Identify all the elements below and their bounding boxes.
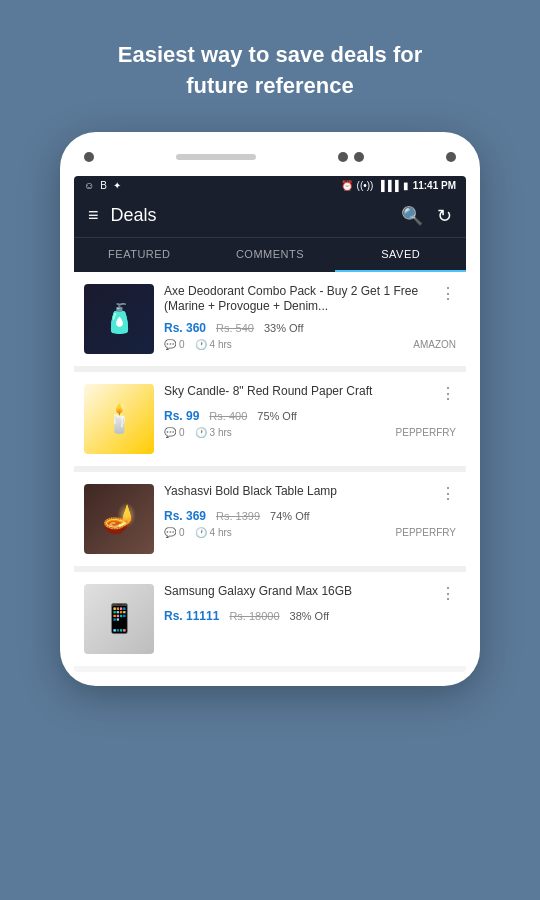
deal-more-icon[interactable]: ⋮ (440, 284, 456, 303)
deal-title: Sky Candle- 8" Red Round Paper Craft (164, 384, 434, 400)
phone-dots (338, 152, 364, 162)
clock-icon: 🕐 (195, 527, 207, 538)
deal-item[interactable]: 🕯️ Sky Candle- 8" Red Round Paper Craft … (74, 372, 466, 466)
deal-comments: 💬 0 (164, 339, 185, 350)
deal-original-price: Rs. 1399 (216, 510, 260, 522)
deal-header: Sky Candle- 8" Red Round Paper Craft ⋮ (164, 384, 456, 403)
deal-time: 🕐 3 hrs (195, 427, 232, 438)
deal-discount: 33% Off (264, 322, 304, 334)
clock-icon: 🕐 (195, 427, 207, 438)
deal-seller: PEPPERFRY (396, 527, 456, 538)
hero-line2: future reference (186, 73, 354, 98)
phone-screen: ☺ B ✦ ⏰ ((•)) ▐▐▐ ▮ 11:41 PM ≡ Deals 🔍 ↻ (74, 176, 466, 672)
phone-dot-2 (354, 152, 364, 162)
deal-seller: PEPPERFRY (396, 427, 456, 438)
phone-camera-left (84, 152, 94, 162)
phone-top-bar (74, 152, 466, 176)
deal-seller: AMAZON (413, 339, 456, 350)
deal-title: Samsung Galaxy Grand Max 16GB (164, 584, 434, 600)
deal-stats: 💬 0 🕐 4 hrs (164, 339, 232, 350)
emoji-icon: ☺ (84, 180, 94, 191)
comment-count: 0 (179, 339, 185, 350)
comment-count: 0 (179, 427, 185, 438)
deal-meta: 💬 0 🕐 3 hrs PEPPERFRY (164, 427, 456, 438)
time-value: 3 hrs (210, 427, 232, 438)
deal-item[interactable]: 📱 Samsung Galaxy Grand Max 16GB ⋮ Rs. 11… (74, 572, 466, 666)
tabs-bar: FEATURED COMMENTS SAVED (74, 237, 466, 272)
deal-current-price: Rs. 369 (164, 509, 206, 523)
status-bar: ☺ B ✦ ⏰ ((•)) ▐▐▐ ▮ 11:41 PM (74, 176, 466, 195)
clock-icon: 🕐 (195, 339, 207, 350)
deal-header: Yashasvi Bold Black Table Lamp ⋮ (164, 484, 456, 503)
app-bar: ≡ Deals 🔍 ↻ (74, 195, 466, 237)
tab-comments[interactable]: COMMENTS (205, 238, 336, 272)
deal-item[interactable]: 🪔 Yashasvi Bold Black Table Lamp ⋮ Rs. 3… (74, 472, 466, 566)
app-bar-left: ≡ Deals (88, 205, 157, 226)
deal-prices: Rs. 369 Rs. 1399 74% Off (164, 509, 456, 523)
deal-more-icon[interactable]: ⋮ (440, 584, 456, 603)
signal-icon: ▐▐▐ (377, 180, 398, 191)
comment-icon: 💬 (164, 427, 176, 438)
deal-meta: 💬 0 🕐 4 hrs AMAZON (164, 339, 456, 350)
deal-image-emoji: 🧴 (84, 284, 154, 354)
status-icons-left: ☺ B ✦ (84, 180, 121, 191)
deal-stats: 💬 0 🕐 4 hrs (164, 527, 232, 538)
app-title: Deals (111, 205, 157, 226)
menu-icon[interactable]: ≡ (88, 205, 99, 226)
deal-prices: Rs. 99 Rs. 400 75% Off (164, 409, 456, 423)
status-time: 11:41 PM (413, 180, 456, 191)
deal-meta: 💬 0 🕐 4 hrs PEPPERFRY (164, 527, 456, 538)
deal-comments: 💬 0 (164, 427, 185, 438)
deal-more-icon[interactable]: ⋮ (440, 384, 456, 403)
phone-dot-1 (338, 152, 348, 162)
hero-text: Easiest way to save deals for future ref… (78, 40, 463, 102)
deal-prices: Rs. 360 Rs. 540 33% Off (164, 321, 456, 335)
tab-featured[interactable]: FEATURED (74, 238, 205, 272)
deal-current-price: Rs. 99 (164, 409, 199, 423)
deal-header: Axe Deodorant Combo Pack - Buy 2 Get 1 F… (164, 284, 456, 315)
deal-image-emoji: 📱 (84, 584, 154, 654)
phone-speaker (176, 154, 256, 160)
deal-discount: 38% Off (290, 610, 330, 622)
deal-image: 🧴 (84, 284, 154, 354)
battery-icon: ▮ (403, 180, 409, 191)
deal-current-price: Rs. 11111 (164, 609, 219, 623)
deal-current-price: Rs. 360 (164, 321, 206, 335)
deal-content: Sky Candle- 8" Red Round Paper Craft ⋮ R… (164, 384, 456, 438)
search-icon[interactable]: 🔍 (401, 205, 423, 227)
hero-line1: Easiest way to save deals for (118, 42, 423, 67)
tab-saved[interactable]: SAVED (335, 238, 466, 272)
deal-original-price: Rs. 400 (209, 410, 247, 422)
deal-title: Axe Deodorant Combo Pack - Buy 2 Get 1 F… (164, 284, 434, 315)
app-bar-icons: 🔍 ↻ (401, 205, 452, 227)
status-icons-right: ⏰ ((•)) ▐▐▐ ▮ 11:41 PM (341, 180, 456, 191)
comment-icon: 💬 (164, 527, 176, 538)
deal-original-price: Rs. 18000 (229, 610, 279, 622)
deal-discount: 75% Off (257, 410, 297, 422)
deal-list: 🧴 Axe Deodorant Combo Pack - Buy 2 Get 1… (74, 272, 466, 666)
deal-image: 📱 (84, 584, 154, 654)
deal-content: Axe Deodorant Combo Pack - Buy 2 Get 1 F… (164, 284, 456, 350)
deal-item[interactable]: 🧴 Axe Deodorant Combo Pack - Buy 2 Get 1… (74, 272, 466, 366)
wifi-icon: ((•)) (357, 180, 374, 191)
deal-image-emoji: 🕯️ (84, 384, 154, 454)
time-value: 4 hrs (210, 339, 232, 350)
deal-content: Samsung Galaxy Grand Max 16GB ⋮ Rs. 1111… (164, 584, 456, 627)
phone-mockup: ☺ B ✦ ⏰ ((•)) ▐▐▐ ▮ 11:41 PM ≡ Deals 🔍 ↻ (60, 132, 480, 686)
deal-content: Yashasvi Bold Black Table Lamp ⋮ Rs. 369… (164, 484, 456, 538)
deal-header: Samsung Galaxy Grand Max 16GB ⋮ (164, 584, 456, 603)
deal-stats: 💬 0 🕐 3 hrs (164, 427, 232, 438)
deal-comments: 💬 0 (164, 527, 185, 538)
dropbox-icon: ✦ (113, 180, 121, 191)
deal-discount: 74% Off (270, 510, 310, 522)
b-icon: B (100, 180, 107, 191)
alarm-icon: ⏰ (341, 180, 353, 191)
comment-icon: 💬 (164, 339, 176, 350)
deal-more-icon[interactable]: ⋮ (440, 484, 456, 503)
deal-time: 🕐 4 hrs (195, 339, 232, 350)
deal-prices: Rs. 11111 Rs. 18000 38% Off (164, 609, 456, 623)
comment-count: 0 (179, 527, 185, 538)
deal-image: 🪔 (84, 484, 154, 554)
refresh-icon[interactable]: ↻ (437, 205, 452, 227)
time-value: 4 hrs (210, 527, 232, 538)
